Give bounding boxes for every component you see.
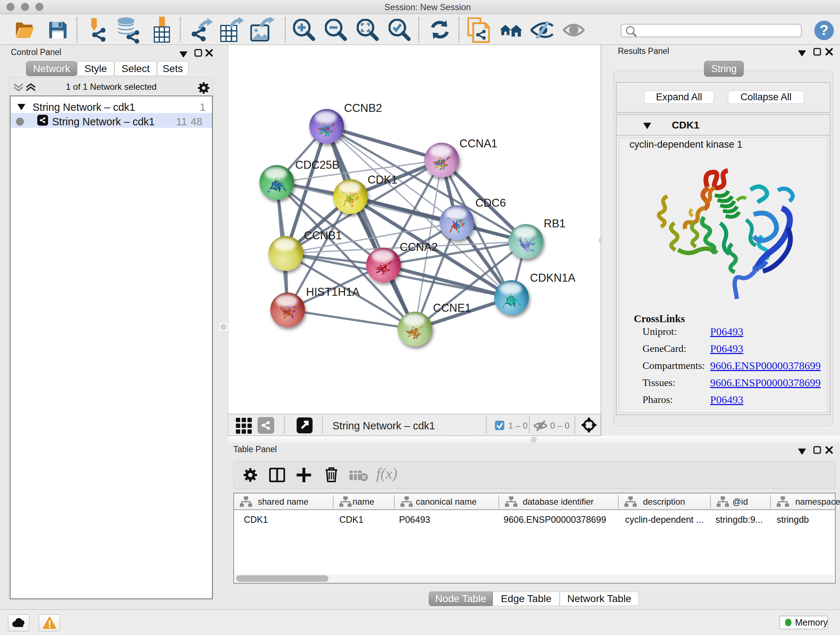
svg-text:CCNB2: CCNB2 [344, 102, 382, 114]
svg-text:HIST1H1A: HIST1H1A [306, 286, 360, 298]
svg-text:CCNE1: CCNE1 [433, 302, 471, 314]
svg-text:CDC6: CDC6 [475, 196, 506, 209]
svg-text:RB1: RB1 [544, 217, 565, 230]
svg-text:CCNA1: CCNA1 [459, 137, 497, 150]
svg-text:CCNB1: CCNB1 [304, 229, 342, 242]
svg-text:CDC25B: CDC25B [295, 158, 339, 171]
svg-text:CCNA2: CCNA2 [400, 241, 438, 253]
svg-text:?: ? [820, 22, 829, 38]
svg-text:CDKN1A: CDKN1A [530, 272, 576, 284]
svg-text:CDK1: CDK1 [368, 173, 398, 186]
